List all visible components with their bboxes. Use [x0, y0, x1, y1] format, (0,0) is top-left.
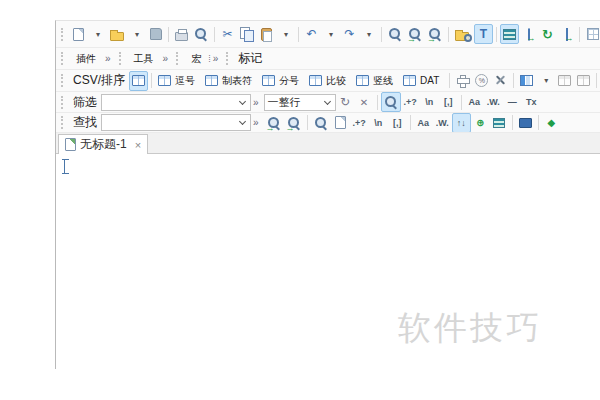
cut-button[interactable]: ✂	[218, 24, 237, 44]
csv-comma-label: 逗号	[175, 74, 195, 88]
filter-scope-combobox[interactable]: 一整行	[264, 94, 336, 111]
reload-icon: ↻	[542, 27, 553, 42]
toolbar-grip[interactable]	[61, 96, 64, 109]
chevron-down-icon: ▾	[367, 30, 371, 39]
find-combobox	[101, 114, 251, 131]
print-preview-button[interactable]	[191, 24, 211, 44]
toolbar-grip[interactable]	[61, 28, 64, 41]
csv-tab-label: 制表符	[222, 74, 252, 88]
display-button[interactable]	[516, 113, 535, 133]
reload-button[interactable]: ↻	[538, 24, 557, 44]
csv-pipe-button[interactable]: 竖线	[353, 71, 400, 91]
select-column-button[interactable]	[517, 71, 536, 91]
undo-button[interactable]: ↶	[302, 24, 321, 44]
csv-dat-button[interactable]: DAT	[400, 71, 446, 91]
find-next-button[interactable]: →	[284, 113, 304, 133]
csv-normal-mode-button[interactable]	[129, 71, 148, 91]
find-match-case-button[interactable]: Aa	[414, 113, 433, 133]
overflow-chevron-icon[interactable]: »	[253, 97, 259, 108]
plugins-toolbar-button[interactable]: 插件	[69, 49, 103, 69]
macros-toolbar-button[interactable]: 宏	[184, 49, 208, 69]
redo-button[interactable]: ↷	[340, 24, 359, 44]
csv-convert-button[interactable]: →	[519, 24, 538, 44]
filter-input[interactable]	[102, 95, 235, 110]
position-button[interactable]	[453, 71, 472, 91]
filter-brackets-button[interactable]: [,]	[439, 92, 458, 112]
filter-match-case-button[interactable]: Aa	[465, 92, 484, 112]
new-document-button[interactable]	[69, 24, 88, 44]
new-document-dropdown[interactable]: ▾	[88, 24, 107, 44]
find-in-document-button[interactable]	[331, 113, 350, 133]
table-icon	[356, 75, 369, 86]
find-dialog-button[interactable]	[311, 113, 331, 133]
copy-button[interactable]	[237, 24, 257, 44]
paste-button[interactable]	[257, 24, 276, 44]
toolbar-grip[interactable]	[61, 74, 64, 87]
snippets-button[interactable]	[583, 24, 600, 44]
open-file-button[interactable]	[107, 24, 127, 44]
toolbar-grip[interactable]	[61, 116, 64, 129]
toolbar-grip[interactable]	[61, 52, 64, 65]
toolbar-grip[interactable]	[119, 52, 122, 65]
find-updown-button[interactable]: ↑↓	[452, 113, 471, 133]
find-previous-button[interactable]: →	[264, 113, 284, 133]
find-regex-button[interactable]: .+?	[350, 113, 369, 133]
delimiter-settings-button[interactable]	[491, 71, 510, 91]
overflow-chevron-icon[interactable]: »	[213, 53, 219, 64]
find-in-files-button[interactable]	[452, 24, 474, 44]
csv-compare-button[interactable]: 比较	[306, 71, 353, 91]
paste-dropdown[interactable]: ▾	[276, 24, 295, 44]
filter-dropdown-button[interactable]	[235, 95, 250, 110]
filter-escape-button[interactable]: \n	[420, 92, 439, 112]
find-escape-button[interactable]: \n	[369, 113, 388, 133]
filter-negative-button[interactable]: —	[503, 92, 522, 112]
csv-semicolon-button[interactable]: 分号	[259, 71, 306, 91]
percent-button[interactable]: %	[472, 71, 491, 91]
csv-comma-button[interactable]: 逗号	[155, 71, 202, 91]
highlight-all-button[interactable]	[490, 113, 509, 133]
find-brackets-button[interactable]: [,]	[388, 113, 407, 133]
print-button[interactable]	[172, 24, 191, 44]
export-button[interactable]: →	[557, 24, 576, 44]
find-input[interactable]	[102, 115, 235, 130]
filter-refresh-button[interactable]: ↻	[336, 92, 355, 112]
document-tab[interactable]: 无标题-1 ×	[58, 134, 148, 154]
find-all-documents-button[interactable]: ⊕	[471, 113, 490, 133]
toolbar-grip[interactable]	[176, 52, 179, 65]
filter-apply-button[interactable]	[381, 92, 401, 112]
tab-close-button[interactable]: ×	[135, 139, 141, 151]
filter-regex-button[interactable]: .+?	[401, 92, 420, 112]
find-dropdown-button[interactable]	[235, 115, 250, 130]
delete-column-button[interactable]	[574, 71, 593, 91]
next-document-button[interactable]: ◆	[542, 113, 561, 133]
chevron-down-icon: ▾	[329, 30, 333, 39]
overflow-chevron-icon[interactable]: »	[253, 117, 259, 128]
csv-tab-button[interactable]: 制表符	[202, 71, 259, 91]
save-button[interactable]	[146, 24, 165, 44]
insert-column-button[interactable]	[555, 71, 574, 91]
find-previous-button[interactable]: →	[405, 24, 425, 44]
green-arrow-icon: →	[565, 34, 574, 43]
macro-menu-icon[interactable]: ⁞	[208, 54, 211, 64]
undo-dropdown[interactable]: ▾	[321, 24, 340, 44]
toolbar-grip[interactable]	[226, 52, 229, 65]
csv-sort-toolbar: CSV/排序 逗号 制表符 分号 比较 竖线 DAT % ▾ AZ	[56, 70, 600, 92]
find-button[interactable]	[385, 24, 405, 44]
open-file-dropdown[interactable]: ▾	[127, 24, 146, 44]
find-next-button[interactable]: →	[425, 24, 445, 44]
percent-icon: %	[475, 74, 488, 87]
filter-remove-button[interactable]: Tx	[522, 92, 541, 112]
tools-toolbar-button[interactable]: 工具	[127, 49, 161, 69]
select-column-dropdown[interactable]: ▾	[536, 71, 555, 91]
filter-toggle-button[interactable]: T	[474, 24, 493, 44]
filter-scope-dropdown-button[interactable]	[320, 95, 335, 110]
find-whole-word-button[interactable]: .W.	[433, 113, 452, 133]
filter-whole-word-button[interactable]: .W.	[484, 92, 503, 112]
cross-icon	[456, 74, 469, 87]
overflow-chevron-icon[interactable]: »	[163, 53, 169, 64]
list-mode-button[interactable]	[500, 24, 519, 44]
redo-dropdown[interactable]: ▾	[359, 24, 378, 44]
overflow-chevron-icon[interactable]: »	[105, 53, 111, 64]
filter-clear-button[interactable]: ✕	[355, 92, 374, 112]
text-editor-area[interactable]: 软件技巧	[56, 154, 600, 369]
